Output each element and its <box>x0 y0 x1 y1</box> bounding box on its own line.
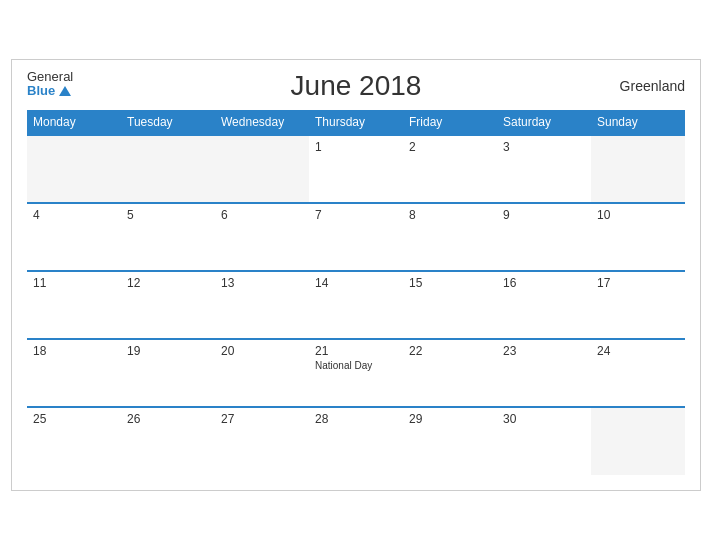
day-number: 28 <box>315 412 397 426</box>
day-number: 16 <box>503 276 585 290</box>
day-number: 5 <box>127 208 209 222</box>
calendar-day-cell: 9 <box>497 203 591 271</box>
calendar-table: Monday Tuesday Wednesday Thursday Friday… <box>27 110 685 475</box>
calendar-day-cell: 28 <box>309 407 403 475</box>
calendar-day-cell: 5 <box>121 203 215 271</box>
calendar-day-cell: 25 <box>27 407 121 475</box>
calendar-day-cell: 26 <box>121 407 215 475</box>
day-number: 29 <box>409 412 491 426</box>
day-number: 6 <box>221 208 303 222</box>
calendar-day-cell: 15 <box>403 271 497 339</box>
calendar-day-cell: 3 <box>497 135 591 203</box>
calendar-day-cell: 8 <box>403 203 497 271</box>
header-wednesday: Wednesday <box>215 110 309 135</box>
calendar-day-cell <box>121 135 215 203</box>
calendar-week-row: 11121314151617 <box>27 271 685 339</box>
logo: General Blue <box>27 70 73 99</box>
header-monday: Monday <box>27 110 121 135</box>
logo-triangle-icon <box>59 86 71 96</box>
weekday-header-row: Monday Tuesday Wednesday Thursday Friday… <box>27 110 685 135</box>
calendar-day-cell: 27 <box>215 407 309 475</box>
day-number: 15 <box>409 276 491 290</box>
day-number: 27 <box>221 412 303 426</box>
calendar-day-cell: 1 <box>309 135 403 203</box>
day-number: 8 <box>409 208 491 222</box>
calendar-day-cell: 30 <box>497 407 591 475</box>
calendar-day-cell: 4 <box>27 203 121 271</box>
header-thursday: Thursday <box>309 110 403 135</box>
day-number: 20 <box>221 344 303 358</box>
calendar-week-row: 252627282930 <box>27 407 685 475</box>
calendar-day-cell: 19 <box>121 339 215 407</box>
logo-blue-text: Blue <box>27 84 73 98</box>
calendar-day-cell: 22 <box>403 339 497 407</box>
header-sunday: Sunday <box>591 110 685 135</box>
calendar-week-row: 45678910 <box>27 203 685 271</box>
header-friday: Friday <box>403 110 497 135</box>
day-number: 9 <box>503 208 585 222</box>
calendar-day-cell <box>591 135 685 203</box>
day-number: 24 <box>597 344 679 358</box>
day-number: 25 <box>33 412 115 426</box>
calendar-container: General Blue June 2018 Greenland Monday … <box>11 59 701 491</box>
day-number: 3 <box>503 140 585 154</box>
calendar-day-cell: 21National Day <box>309 339 403 407</box>
day-number: 7 <box>315 208 397 222</box>
calendar-header: General Blue June 2018 Greenland <box>27 70 685 102</box>
calendar-day-cell <box>27 135 121 203</box>
calendar-day-cell: 29 <box>403 407 497 475</box>
day-number: 30 <box>503 412 585 426</box>
day-number: 10 <box>597 208 679 222</box>
day-number: 18 <box>33 344 115 358</box>
calendar-day-cell: 6 <box>215 203 309 271</box>
day-number: 11 <box>33 276 115 290</box>
calendar-day-cell: 2 <box>403 135 497 203</box>
day-number: 23 <box>503 344 585 358</box>
day-number: 26 <box>127 412 209 426</box>
calendar-day-cell: 14 <box>309 271 403 339</box>
calendar-week-row: 123 <box>27 135 685 203</box>
calendar-day-cell: 23 <box>497 339 591 407</box>
calendar-week-row: 18192021National Day222324 <box>27 339 685 407</box>
calendar-day-cell: 13 <box>215 271 309 339</box>
header-saturday: Saturday <box>497 110 591 135</box>
calendar-day-cell: 11 <box>27 271 121 339</box>
day-number: 1 <box>315 140 397 154</box>
day-number: 13 <box>221 276 303 290</box>
day-number: 22 <box>409 344 491 358</box>
holiday-label: National Day <box>315 360 397 371</box>
day-number: 12 <box>127 276 209 290</box>
logo-general-text: General <box>27 70 73 84</box>
calendar-day-cell: 20 <box>215 339 309 407</box>
day-number: 2 <box>409 140 491 154</box>
day-number: 19 <box>127 344 209 358</box>
calendar-day-cell: 18 <box>27 339 121 407</box>
day-number: 4 <box>33 208 115 222</box>
calendar-day-cell <box>591 407 685 475</box>
region-label: Greenland <box>620 78 685 94</box>
calendar-day-cell: 24 <box>591 339 685 407</box>
calendar-day-cell <box>215 135 309 203</box>
day-number: 17 <box>597 276 679 290</box>
day-number: 21 <box>315 344 397 358</box>
calendar-day-cell: 16 <box>497 271 591 339</box>
calendar-day-cell: 12 <box>121 271 215 339</box>
calendar-day-cell: 7 <box>309 203 403 271</box>
header-tuesday: Tuesday <box>121 110 215 135</box>
calendar-day-cell: 10 <box>591 203 685 271</box>
day-number: 14 <box>315 276 397 290</box>
calendar-day-cell: 17 <box>591 271 685 339</box>
calendar-title: June 2018 <box>291 70 422 102</box>
